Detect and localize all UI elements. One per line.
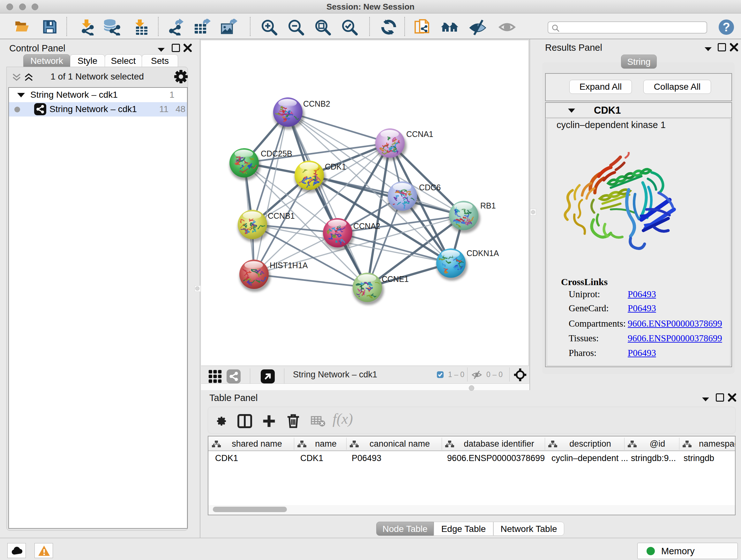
svg-text:CCNA2: CCNA2 [353,222,381,231]
svg-text:RB1: RB1 [480,201,496,210]
svg-text:CCNE1: CCNE1 [382,274,409,284]
svg-text:CCNB2: CCNB2 [303,99,330,108]
svg-text:?: ? [723,20,730,34]
svg-text:CDC25B: CDC25B [261,149,292,158]
svg-text:CDK1: CDK1 [325,162,346,171]
svg-text:CCNA1: CCNA1 [406,130,433,138]
svg-text:HIST1H1A: HIST1H1A [270,261,308,270]
svg-text:CCNB1: CCNB1 [268,211,295,220]
svg-text:CDC6: CDC6 [419,183,441,192]
svg-text:CDKN1A: CDKN1A [467,249,499,258]
